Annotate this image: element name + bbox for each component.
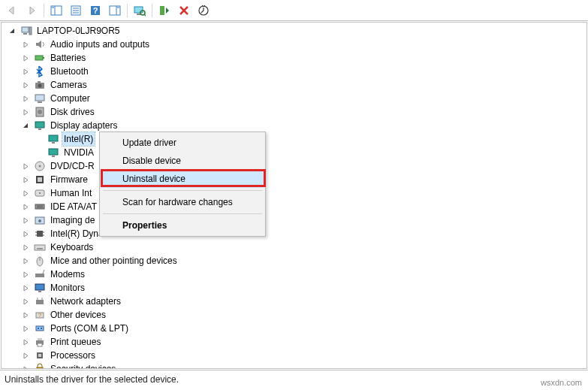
tree-category[interactable]: Disk drives [5, 105, 586, 119]
svg-rect-35 [52, 142, 55, 144]
expand-toggle-icon[interactable] [21, 67, 31, 77]
properties-button[interactable] [67, 2, 85, 19]
tree-category[interactable]: Monitors [5, 281, 586, 295]
tree-category[interactable]: Processors [5, 349, 586, 362]
expand-toggle-icon[interactable] [21, 216, 31, 225]
monitor-scan-icon [134, 5, 146, 17]
tree-node-label: Security devices [49, 362, 117, 368]
expand-toggle-icon[interactable] [21, 53, 31, 63]
expand-toggle-icon[interactable] [21, 297, 31, 307]
tree-category[interactable]: IDE ATA/AT [5, 200, 586, 213]
expand-toggle-icon[interactable] [21, 175, 31, 185]
svg-rect-13 [137, 14, 140, 15]
tree-category[interactable]: Ports (COM & LPT) [5, 322, 586, 335]
tree-node-label: LAPTOP-0LJR9OR5 [35, 24, 122, 38]
context-menu-item[interactable]: Uninstall device [101, 170, 264, 188]
expand-toggle-icon[interactable] [21, 80, 31, 90]
expand-toggle-icon[interactable] [21, 107, 31, 117]
cpu-icon [34, 349, 46, 361]
other-icon: ? [34, 309, 46, 321]
tree-category[interactable]: Firmware [5, 173, 586, 186]
context-menu-item[interactable]: Disable device [101, 152, 264, 170]
tree-category[interactable]: Human Int [5, 186, 586, 200]
tree-category[interactable]: Audio inputs and outputs [5, 38, 586, 51]
back-button[interactable] [3, 2, 21, 19]
tree-category[interactable]: Batteries [5, 51, 586, 65]
toolbar-separator [44, 4, 44, 17]
show-hide-tree-button[interactable] [47, 2, 65, 19]
expand-toggle-icon[interactable] [21, 94, 31, 104]
context-menu-item-label: Update driver [122, 138, 176, 148]
network-icon [34, 295, 46, 307]
expand-toggle-icon[interactable] [21, 337, 31, 347]
display-icon [34, 119, 46, 132]
tree-category[interactable]: Intel(R) Dynamic Platform and Thermal Fr… [5, 227, 586, 240]
tree-category[interactable]: Network adapters [5, 295, 586, 308]
expand-toggle-icon[interactable] [21, 243, 31, 252]
tree-category[interactable]: Display adapters [5, 119, 586, 132]
tree-node-label: Intel(R) [62, 132, 95, 146]
tree-root[interactable]: LAPTOP-0LJR9OR5 [5, 24, 586, 38]
device-tree[interactable]: LAPTOP-0LJR9OR5Audio inputs and outputsB… [2, 23, 586, 368]
tree-category[interactable]: DVD/CD-R [5, 159, 586, 173]
tree-category[interactable]: Security devices [5, 362, 586, 368]
svg-rect-2 [52, 7, 54, 8]
collapse-toggle-icon[interactable] [21, 121, 31, 131]
battery-icon [34, 52, 46, 64]
expand-toggle-icon[interactable] [21, 351, 31, 361]
svg-rect-36 [49, 149, 58, 155]
svg-rect-22 [23, 33, 27, 35]
tree-category[interactable]: ?Other devices [5, 308, 586, 322]
svg-text:?: ? [38, 312, 42, 319]
expand-toggle-icon[interactable] [21, 324, 31, 334]
expand-toggle-icon[interactable] [21, 270, 31, 280]
enable-button[interactable] [155, 2, 173, 19]
uninstall-button[interactable] [175, 2, 193, 19]
dvd-icon [34, 160, 46, 172]
context-menu-item[interactable]: Update driver [101, 134, 264, 152]
printer-icon [34, 336, 46, 348]
port-icon [34, 322, 46, 334]
tree-category[interactable]: Modems [5, 268, 586, 281]
svg-rect-29 [38, 101, 42, 103]
expand-toggle-icon[interactable] [21, 283, 31, 293]
expand-toggle-icon[interactable] [21, 229, 31, 239]
expand-toggle-icon[interactable] [21, 40, 31, 50]
scan-button[interactable] [131, 2, 149, 19]
expand-toggle-icon[interactable] [21, 202, 31, 212]
context-menu-item[interactable]: Scan for hardware changes [101, 193, 264, 211]
tree-category[interactable]: Imaging de [5, 213, 586, 227]
tree-category[interactable]: Keyboards [5, 240, 586, 254]
bluetooth-icon [34, 65, 46, 77]
expand-toggle-icon[interactable] [21, 256, 31, 266]
tree-node-label: Imaging de [49, 213, 96, 227]
expand-toggle-icon[interactable] [21, 189, 31, 198]
tree-device[interactable]: Intel(R) [5, 132, 586, 146]
svg-rect-49 [37, 231, 43, 237]
expand-toggle-icon[interactable] [21, 162, 31, 171]
tree-category[interactable]: Cameras [5, 78, 586, 92]
tree-node-label: Ports (COM & LPT) [49, 322, 130, 335]
svg-rect-11 [117, 7, 119, 8]
context-menu-item[interactable]: Properties [101, 216, 264, 234]
toolbar-separator [127, 4, 128, 17]
tree-category[interactable]: Print queues [5, 335, 586, 349]
help-button[interactable]: ? [86, 2, 104, 19]
svg-rect-75 [37, 367, 43, 368]
svg-point-31 [38, 110, 42, 114]
tree-category[interactable]: Mice and other pointing devices [5, 254, 586, 268]
tree-category[interactable]: Computer [5, 92, 586, 105]
action-pane-button[interactable] [106, 2, 124, 19]
svg-point-43 [39, 192, 41, 194]
expand-toggle-icon[interactable] [21, 310, 31, 320]
svg-rect-55 [37, 248, 43, 249]
toolbar-separator [152, 4, 152, 17]
forward-button[interactable] [23, 2, 41, 19]
tree-category[interactable]: Bluetooth [5, 65, 586, 78]
update-driver-button[interactable] [194, 2, 213, 19]
tree-device[interactable]: NVIDIA [5, 146, 586, 159]
expand-toggle-icon[interactable] [21, 364, 31, 369]
collapse-toggle-icon[interactable] [8, 26, 17, 36]
context-menu-item-label: Disable device [122, 156, 181, 166]
svg-text:?: ? [93, 6, 98, 15]
